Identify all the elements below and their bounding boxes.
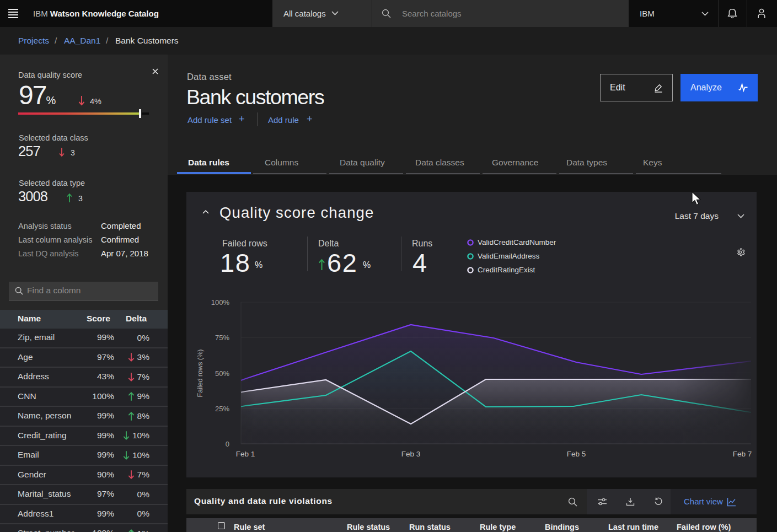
svg-text:Feb 5: Feb 5 [567,450,586,458]
svg-text:25%: 25% [215,405,229,413]
svg-text:Failed rows (%): Failed rows (%) [196,350,204,397]
svg-text:Feb 1: Feb 1 [236,450,255,458]
svg-text:0: 0 [226,440,229,448]
svg-text:Feb 7: Feb 7 [733,450,752,458]
svg-text:Feb 3: Feb 3 [401,450,421,458]
svg-text:50%: 50% [215,369,229,378]
svg-text:75%: 75% [215,334,229,342]
svg-text:100%: 100% [211,298,230,307]
